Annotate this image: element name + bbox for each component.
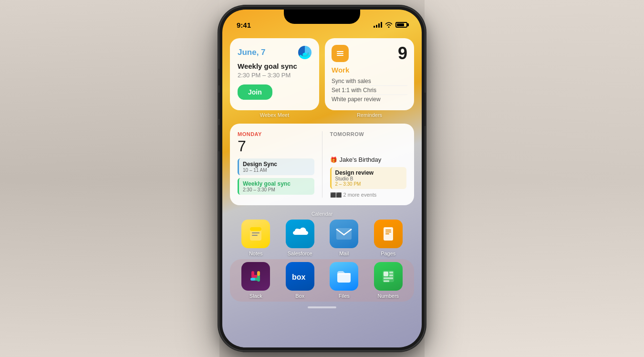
wifi-icon: [385, 22, 393, 28]
reminder-item-3: White paper review: [332, 95, 407, 104]
mail-label: Mail: [339, 251, 349, 256]
app-notes[interactable]: Notes: [241, 220, 270, 256]
tomorrow-event-1-subtitle: Studio B: [335, 176, 403, 181]
svg-rect-27: [384, 280, 389, 282]
signal-icon: [374, 22, 382, 28]
webex-widget-body: June, 7 Weekly goal sync: [230, 38, 319, 110]
power-button: [425, 93, 426, 126]
reminders-widget-body: 9 Work Sync with sales Set 1:1 with Chri…: [325, 38, 414, 110]
webex-logo-icon: [298, 46, 312, 59]
today-label: MONDAY: [238, 131, 314, 137]
calendar-widget-body: MONDAY 7 Design Sync 10 – 11 AM Weekly g…: [230, 124, 414, 205]
more-events-text: 2 more events: [343, 192, 377, 198]
join-button[interactable]: Join: [238, 84, 272, 100]
reminders-icon: [332, 45, 349, 62]
app-mail[interactable]: Mail: [330, 220, 358, 256]
svg-rect-26: [384, 277, 393, 279]
pages-icon: [374, 220, 403, 248]
svg-rect-19: [250, 278, 255, 281]
tomorrow-event-1-time: 2 – 3:30 PM: [335, 181, 403, 187]
reminders-count: 9: [398, 45, 407, 62]
svg-rect-25: [389, 274, 393, 276]
battery-icon: [395, 22, 407, 28]
notch: [284, 10, 360, 24]
today-event-2-title: Weekly goal sync: [243, 180, 311, 187]
mail-icon: [330, 220, 358, 248]
webex-header: June, 7: [238, 46, 312, 59]
app-numbers[interactable]: Numbers: [374, 262, 403, 299]
notes-label: Notes: [249, 251, 263, 256]
calendar-today: MONDAY 7 Design Sync 10 – 11 AM Weekly g…: [238, 131, 314, 198]
apps-row-2: Slack box Box: [230, 259, 414, 302]
reminders-category: Work: [332, 66, 407, 74]
reminder-item-2: Set 1:1 with Chris: [332, 86, 407, 95]
calendar-widget-label: Calendar: [230, 211, 414, 217]
webex-widget[interactable]: June, 7 Weekly goal sync: [230, 38, 319, 118]
today-event-2-time: 2:30 – 3:30 PM: [243, 187, 311, 192]
more-events: ⬛⬛ 2 more events: [330, 192, 407, 198]
box-icon: box: [286, 262, 314, 291]
webex-date: June, 7: [238, 48, 266, 57]
reminders-widget[interactable]: 9 Work Sync with sales Set 1:1 with Chri…: [325, 38, 414, 118]
tomorrow-spacer: [330, 138, 407, 156]
pages-label: Pages: [381, 251, 395, 256]
svg-rect-24: [389, 272, 393, 273]
svg-rect-7: [252, 235, 258, 236]
background-left: [0, 0, 219, 357]
svg-rect-9: [336, 228, 352, 240]
app-salesforce[interactable]: Salesforce: [286, 220, 314, 256]
files-label: Files: [339, 293, 350, 299]
app-files[interactable]: Files: [330, 262, 358, 299]
reminders-header: 9: [332, 45, 407, 62]
svg-rect-15: [251, 275, 258, 278]
notes-icon: [241, 220, 270, 248]
webex-event-title: Weekly goal sync: [238, 62, 312, 70]
tomorrow-label: TOMORROW: [330, 131, 407, 137]
calendar-widget[interactable]: MONDAY 7 Design Sync 10 – 11 AM Weekly g…: [230, 124, 414, 217]
svg-rect-6: [252, 232, 260, 233]
files-icon: [330, 262, 358, 291]
more-events-icon: ⬛⬛: [330, 192, 342, 198]
salesforce-icon: [286, 220, 314, 248]
background-right: [425, 0, 644, 357]
phone-container: 9:41: [219, 7, 425, 350]
phone-screen: 9:41: [222, 10, 422, 347]
svg-rect-8: [250, 227, 261, 231]
screen-content: June, 7 Weekly goal sync: [222, 33, 422, 347]
reminders-widget-label: Reminders: [325, 112, 414, 118]
svg-rect-18: [257, 271, 260, 276]
today-number: 7: [238, 138, 314, 155]
svg-text:box: box: [292, 273, 306, 281]
svg-rect-2: [337, 53, 343, 54]
birthday-name: Jake's Birthday: [340, 156, 382, 163]
svg-rect-13: [385, 233, 389, 234]
today-event-1-title: Design Sync: [243, 161, 311, 168]
tomorrow-event-1: Design review Studio B 2 – 3:30 PM: [330, 167, 407, 189]
svg-rect-1: [337, 51, 343, 52]
numbers-label: Numbers: [377, 293, 399, 299]
status-icons: [374, 22, 407, 28]
calendar-columns: MONDAY 7 Design Sync 10 – 11 AM Weekly g…: [238, 131, 406, 198]
svg-rect-3: [337, 55, 343, 56]
app-box[interactable]: box Box: [286, 262, 314, 299]
widgets-row-top: June, 7 Weekly goal sync: [230, 38, 414, 118]
today-event-1: Design Sync 10 – 11 AM: [238, 158, 314, 175]
box-label: Box: [295, 293, 304, 299]
app-slack[interactable]: Slack: [241, 262, 270, 299]
svg-rect-23: [384, 272, 388, 276]
today-event-1-time: 10 – 11 AM: [243, 168, 311, 173]
volume-down-button: [218, 125, 219, 151]
volume-up-button: [218, 93, 219, 119]
slack-icon: [241, 262, 270, 291]
numbers-icon: [374, 262, 403, 291]
svg-rect-11: [385, 230, 391, 231]
reminder-item-1: Sync with sales: [332, 77, 407, 86]
calendar-divider: [322, 131, 322, 198]
slack-label: Slack: [249, 293, 262, 299]
tomorrow-event-1-title: Design review: [335, 169, 403, 176]
calendar-tomorrow: TOMORROW 🎁 Jake's Birthday Design review…: [330, 131, 407, 198]
svg-rect-12: [385, 231, 391, 232]
app-pages[interactable]: Pages: [374, 220, 403, 256]
salesforce-label: Salesforce: [288, 251, 312, 256]
birthday-icon: 🎁: [330, 157, 337, 163]
